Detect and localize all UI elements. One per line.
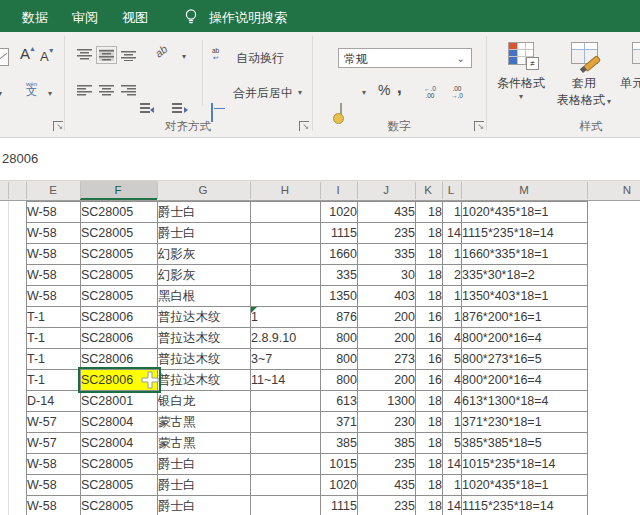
cell-L9[interactable]: 4 [443, 370, 462, 391]
cell-F2[interactable]: SC28005 [81, 223, 158, 244]
align-center-button[interactable] [99, 85, 114, 97]
column-header-F[interactable]: F [114, 184, 121, 196]
cell-E2[interactable]: W-58 [27, 223, 81, 244]
cell-K8[interactable]: 16 [416, 349, 443, 370]
cell-L13[interactable]: 14 [443, 454, 462, 475]
cell-I11[interactable]: 371 [321, 412, 358, 433]
cell-F13[interactable]: SC28005 [81, 454, 158, 475]
cell-H13[interactable] [251, 454, 321, 475]
cell-I5[interactable]: 1350 [321, 286, 358, 307]
cell-I4[interactable]: 335 [321, 265, 358, 286]
cell-G3[interactable]: 幻影灰 [158, 244, 251, 265]
align-right-button[interactable] [121, 85, 136, 97]
cell-M11[interactable]: 371*230*18=1 [462, 412, 588, 433]
cell-E3[interactable]: W-58 [27, 244, 81, 265]
cell-M12[interactable]: 385*385*18=5 [462, 433, 588, 454]
cell-E4[interactable]: W-58 [27, 265, 81, 286]
cell-F1[interactable]: SC28005 [81, 202, 158, 223]
cell-L6[interactable]: 1 [443, 307, 462, 328]
cell-F12[interactable]: SC28004 [81, 433, 158, 454]
cell-K7[interactable]: 16 [416, 328, 443, 349]
conditional-formatting-button[interactable]: ≠ 条件格式 ▾ [490, 38, 552, 101]
font-dialog-launcher[interactable]: ↘ [53, 121, 63, 131]
cell-M10[interactable]: 613*1300*18=4 [462, 391, 588, 412]
cell-G11[interactable]: 蒙古黑 [158, 412, 251, 433]
cell-L10[interactable]: 4 [443, 391, 462, 412]
cell-F11[interactable]: SC28004 [81, 412, 158, 433]
cell-E14[interactable]: W-58 [27, 475, 81, 496]
cell-M1[interactable]: 1020*435*18=1 [462, 202, 588, 223]
cell-L3[interactable]: 1 [443, 244, 462, 265]
cell-K14[interactable]: 18 [416, 475, 443, 496]
cell-F14[interactable]: SC28005 [81, 475, 158, 496]
cell-J4[interactable]: 30 [358, 265, 416, 286]
column-header-M[interactable]: M [519, 184, 529, 196]
cell-H6[interactable]: 1 [251, 307, 321, 328]
column-header-K[interactable]: K [424, 184, 432, 196]
tab-data[interactable]: 数据 [22, 9, 48, 27]
cell-K2[interactable]: 18 [416, 223, 443, 244]
increase-font-size-button[interactable]: A▲ [20, 45, 36, 62]
cell-L12[interactable]: 5 [443, 433, 462, 454]
number-format-chevron-icon[interactable]: ⌄ [457, 49, 465, 69]
wrap-text-button[interactable]: 自动换行 [236, 50, 284, 67]
cell-G10[interactable]: 银白龙 [158, 391, 251, 412]
cell-I12[interactable]: 385 [321, 433, 358, 454]
cell-M3[interactable]: 1660*335*18=1 [462, 244, 588, 265]
cell-G12[interactable]: 蒙古黑 [158, 433, 251, 454]
cell-G4[interactable]: 幻影灰 [158, 265, 251, 286]
column-header-I[interactable]: I [336, 184, 339, 196]
cell-H8[interactable]: 3~7 [251, 349, 321, 370]
decrease-decimal-button[interactable]: .00→.0 [451, 85, 463, 99]
cut-dropdown-icon[interactable]: ▾ [0, 89, 2, 98]
cell-H9[interactable]: 11~14 [251, 370, 321, 391]
decrease-font-size-button[interactable]: A▼ [40, 47, 55, 64]
cell-J2[interactable]: 235 [358, 223, 416, 244]
cell-J13[interactable]: 235 [358, 454, 416, 475]
column-header-G[interactable]: G [199, 184, 208, 196]
cell-F3[interactable]: SC28005 [81, 244, 158, 265]
column-header-H[interactable]: H [281, 184, 289, 196]
cell-K4[interactable]: 18 [416, 265, 443, 286]
format-as-table-button[interactable]: 套用 表格格式 ▾ [553, 38, 615, 109]
cell-M5[interactable]: 1350*403*18=1 [462, 286, 588, 307]
cell-E11[interactable]: W-57 [27, 412, 81, 433]
tab-review[interactable]: 审阅 [72, 9, 98, 27]
cell-H4[interactable] [251, 265, 321, 286]
cell-M9[interactable]: 800*200*16=4 [462, 370, 588, 391]
cell-G15[interactable]: 爵士白 [158, 496, 251, 515]
tell-me-search[interactable]: 操作说明搜索 [209, 9, 287, 27]
cell-M2[interactable]: 1115*235*18=14 [462, 223, 588, 244]
cell-E5[interactable]: W-58 [27, 286, 81, 307]
cell-I8[interactable]: 800 [321, 349, 358, 370]
cell-K9[interactable]: 16 [416, 370, 443, 391]
orientation-button[interactable]: ab [153, 43, 170, 60]
cell-I3[interactable]: 1660 [321, 244, 358, 265]
cell-K11[interactable]: 18 [416, 412, 443, 433]
cell-H11[interactable] [251, 412, 321, 433]
percent-style-button[interactable]: % [378, 82, 390, 98]
cell-I9[interactable]: 800 [321, 370, 358, 391]
cell-J14[interactable]: 435 [358, 475, 416, 496]
cell-G7[interactable]: 普拉达木纹 [158, 328, 251, 349]
cell-E1[interactable]: W-58 [27, 202, 81, 223]
cell-F15[interactable]: SC28005 [81, 496, 158, 515]
cell-I13[interactable]: 1015 [321, 454, 358, 475]
cell-F4[interactable]: SC28005 [81, 265, 158, 286]
cell-M7[interactable]: 800*200*16=4 [462, 328, 588, 349]
cell-K6[interactable]: 16 [416, 307, 443, 328]
cell-I2[interactable]: 1115 [321, 223, 358, 244]
cell-E12[interactable]: W-57 [27, 433, 81, 454]
cell-L7[interactable]: 4 [443, 328, 462, 349]
cell-E10[interactable]: D-14 [27, 391, 81, 412]
tab-view[interactable]: 视图 [122, 9, 148, 27]
align-bottom-button[interactable] [121, 49, 136, 61]
cell-K13[interactable]: 18 [416, 454, 443, 475]
cell-I7[interactable]: 800 [321, 328, 358, 349]
column-header-J[interactable]: J [383, 184, 389, 196]
cell-L11[interactable]: 1 [443, 412, 462, 433]
cell-G13[interactable]: 爵士白 [158, 454, 251, 475]
column-header-L[interactable]: L [448, 184, 454, 196]
cell-G5[interactable]: 黑白根 [158, 286, 251, 307]
cell-L5[interactable]: 1 [443, 286, 462, 307]
